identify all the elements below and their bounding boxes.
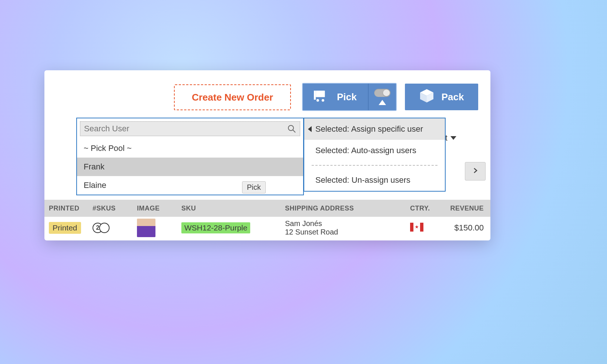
create-new-order-button[interactable]: Create New Order [174, 84, 291, 110]
search-user-input[interactable] [84, 124, 284, 134]
user-option-pick-pool[interactable]: ~ Pick Pool ~ [77, 139, 303, 158]
pick-button[interactable]: Pick [303, 84, 369, 110]
printed-badge: Printed [49, 222, 81, 234]
pick-button-group: Pick [303, 84, 396, 110]
orders-table-header: PRINTED #SKUS IMAGE SKU SHIPPING ADDRESS… [44, 200, 490, 217]
assign-auto-assign-option[interactable]: Selected: Auto-assign users [304, 140, 445, 161]
svg-line-8 [293, 130, 295, 132]
th-sku[interactable]: SKU [177, 205, 281, 212]
pick-tooltip: Pick [242, 181, 266, 193]
box-icon [419, 88, 434, 106]
th-shipping[interactable]: SHIPPING ADDRESS [281, 205, 406, 212]
sku-count-badge: 2 [93, 223, 110, 233]
table-row[interactable]: Printed 2 WSH12-28-Purple Sam Jonés 12 S… [44, 217, 490, 239]
next-page-button[interactable] [465, 162, 486, 181]
svg-point-3 [322, 99, 324, 101]
ship-name: Sam Jonés [285, 219, 401, 228]
product-thumbnail [137, 219, 155, 237]
country-cell [406, 223, 440, 233]
chevron-right-icon [472, 168, 478, 175]
user-option-frank[interactable]: Frank [77, 158, 303, 176]
assign-specific-user-option[interactable]: Selected: Assign specific user [304, 118, 445, 140]
pack-button[interactable]: Pack [405, 84, 478, 110]
flag-canada-icon [410, 223, 423, 232]
user-option-elaine[interactable]: Elaine [77, 176, 303, 195]
cart-icon [314, 89, 329, 105]
svg-point-2 [316, 99, 319, 101]
assign-menu-separator [312, 165, 437, 166]
pick-toggle[interactable] [374, 89, 390, 97]
toolbar: Create New Order Pick Pack [44, 70, 490, 121]
pack-button-label: Pack [442, 91, 464, 103]
sku-cell: WSH12-28-Purple [177, 222, 281, 233]
printed-cell: Printed [44, 222, 88, 234]
revenue-cell: $150.00 [440, 223, 490, 233]
user-search-popup: ~ Pick Pool ~ Frank Elaine Pick [76, 118, 304, 195]
th-printed[interactable]: PRINTED [44, 205, 88, 212]
product-image-cell [133, 219, 177, 237]
sku-badge: WSH12-28-Purple [181, 222, 250, 233]
search-wrap [77, 118, 303, 139]
svg-rect-1 [314, 91, 316, 100]
pick-button-label: Pick [337, 91, 357, 103]
th-country[interactable]: CTRY. [406, 205, 440, 212]
sku-count-stack-icon [99, 223, 110, 233]
pick-split-button[interactable] [369, 84, 396, 110]
assign-menu: Selected: Assign specific user Selected:… [304, 118, 446, 192]
caret-down-icon [450, 136, 456, 140]
search-icon [287, 124, 296, 133]
orders-panel: Create New Order Pick Pack xport [44, 70, 490, 240]
assign-unassign-option[interactable]: Selected: Un-assign users [304, 169, 445, 191]
search-field [80, 121, 300, 136]
sku-count-cell: 2 [88, 223, 133, 233]
ship-line2: 12 Sunset Road [285, 228, 401, 236]
caret-up-icon [379, 100, 386, 105]
svg-rect-0 [316, 91, 325, 97]
svg-point-7 [288, 125, 294, 131]
th-skus[interactable]: #SKUS [88, 205, 133, 212]
th-revenue[interactable]: REVENUE [440, 205, 490, 212]
shipping-address-cell: Sam Jonés 12 Sunset Road [281, 219, 406, 236]
th-image[interactable]: IMAGE [133, 205, 177, 212]
